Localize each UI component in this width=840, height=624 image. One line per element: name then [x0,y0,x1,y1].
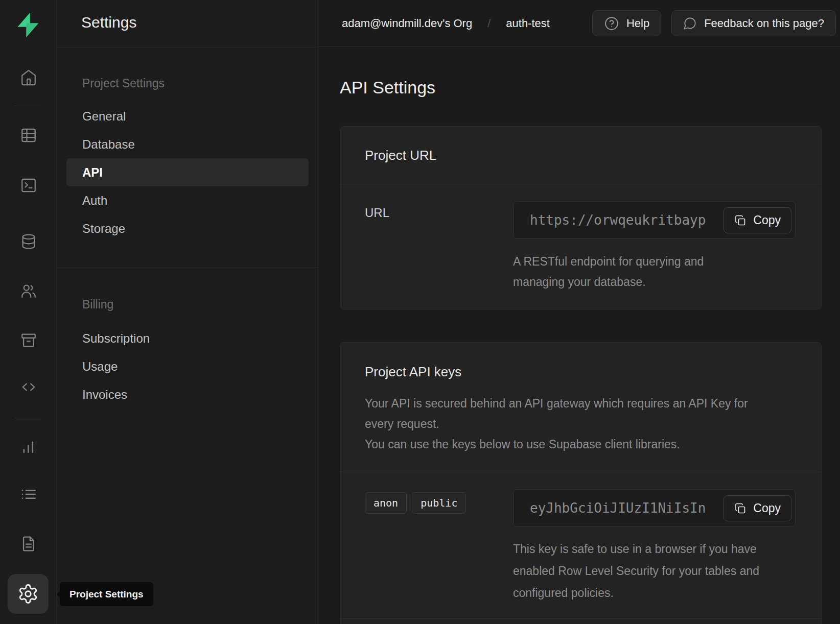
project-url-value: https://orwqeukritbayp [530,212,706,228]
topbar: adam@windmill.dev's Org / auth-test Help… [318,0,840,47]
speech-bubble-icon [683,16,697,30]
badge-public: public [412,492,466,514]
project-url-card: Project URL URL https://orwqeukritbayp C… [340,126,822,309]
auth-users-icon[interactable] [20,282,37,300]
project-settings-items: General Database API Auth Storage [66,102,309,243]
sidebar-item-api[interactable]: API [66,158,309,186]
api-code-icon[interactable] [20,378,37,396]
badge-anon: anon [365,492,407,514]
api-keys-description-line2: You can use the keys below to use Supaba… [365,434,797,454]
api-keys-card-header: Project API keys Your API is secured beh… [340,343,821,472]
api-keys-description-line1: Your API is secured behind an API gatewa… [365,393,753,434]
card-tail-spacer [340,619,821,624]
copy-anon-key-label: Copy [753,501,781,515]
sidebar-item-storage[interactable]: Storage [66,214,309,243]
sidebar-item-database[interactable]: Database [66,130,309,158]
anon-key-value: eyJhbGciOiJIUzI1NiIsIn [530,500,706,516]
help-circle-icon [604,16,619,31]
url-field-row: URL https://orwqeukritbayp Copy A REST [340,184,821,309]
sidebar-item-invoices[interactable]: Invoices [66,380,309,409]
rail-divider [15,106,41,106]
help-button[interactable]: Help [592,10,661,36]
anon-key-row: anon public eyJhbGciOiJIUzI1NiIsIn Copy [340,472,821,619]
settings-sidebar: Settings Project Settings General Databa… [57,0,318,624]
sidebar-item-usage[interactable]: Usage [66,352,309,380]
feedback-button[interactable]: Feedback on this page? [671,10,836,36]
database-icon[interactable] [20,233,37,250]
app-window: Project Settings Settings Project Settin… [0,0,840,624]
main-area: adam@windmill.dev's Org / auth-test Help… [318,0,840,624]
breadcrumb-separator: / [487,17,491,30]
project-url-input[interactable]: https://orwqeukritbayp Copy [513,201,796,239]
sql-editor-terminal-icon[interactable] [20,177,37,194]
home-icon[interactable] [20,69,37,86]
copy-url-label: Copy [753,213,781,227]
table-editor-icon[interactable] [20,127,37,144]
logs-list-icon[interactable] [20,486,37,503]
anon-key-description: This key is safe to use in a browser if … [513,538,781,604]
section-label-billing: Billing [82,298,113,311]
nav-section-divider [57,267,318,268]
key-badges: anon public [365,489,513,604]
anon-key-input[interactable]: eyJhbGciOiJIUzI1NiIsIn Copy [513,489,796,527]
section-label-project-settings: Project Settings [82,77,165,90]
project-url-card-header: Project URL [340,127,821,184]
url-field-label: URL [365,201,513,292]
settings-content: API Settings Project URL URL https://orw… [318,47,840,624]
copy-anon-key-button[interactable]: Copy [724,495,791,521]
project-settings-gear-button[interactable] [8,574,49,614]
billing-items: Subscription Usage Invoices [66,324,309,409]
copy-url-button[interactable]: Copy [724,207,791,233]
icon-sidebar: Project Settings [0,0,57,624]
sidebar-item-subscription[interactable]: Subscription [66,324,309,352]
api-keys-description: Your API is secured behind an API gatewa… [365,393,797,454]
help-button-label: Help [626,17,649,30]
rail-divider [15,418,41,418]
sidebar-item-general[interactable]: General [66,102,309,130]
settings-title: Settings [81,14,136,31]
copy-icon [734,502,746,515]
api-keys-card-title: Project API keys [365,364,797,380]
gear-icon [17,583,39,605]
url-field-main: https://orwqeukritbayp Copy A RESTful en… [513,201,796,292]
anon-key-main: eyJhbGciOiJIUzI1NiIsIn Copy This key is … [513,489,796,604]
project-url-card-title: Project URL [365,148,436,163]
feedback-button-label: Feedback on this page? [704,17,824,30]
copy-icon [734,214,746,227]
supabase-logo-icon[interactable] [14,9,42,41]
storage-archive-icon[interactable] [20,331,37,349]
project-api-keys-card: Project API keys Your API is secured beh… [340,342,822,624]
nav-header-divider [57,47,318,47]
reports-chart-icon[interactable] [20,438,37,455]
sidebar-item-auth[interactable]: Auth [66,186,309,214]
docs-file-icon[interactable] [20,535,37,553]
url-description: A RESTful endpoint for querying and mana… [513,251,753,292]
page-title: API Settings [340,77,822,98]
project-settings-tooltip: Project Settings [60,582,153,606]
breadcrumb-project[interactable]: auth-test [506,17,550,30]
topbar-buttons: Help Feedback on this page? [592,10,836,36]
breadcrumb-org[interactable]: adam@windmill.dev's Org [342,17,472,30]
